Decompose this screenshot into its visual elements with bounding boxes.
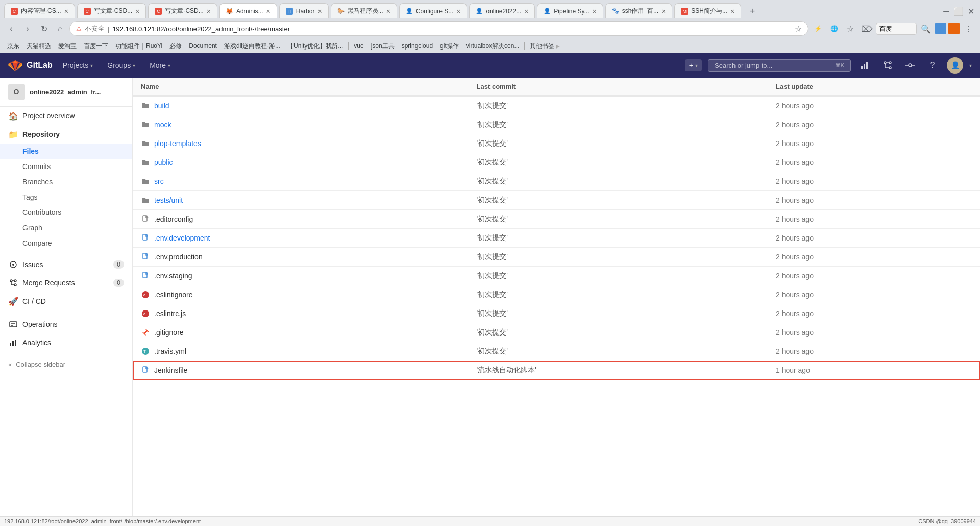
translate-button[interactable]: 🌐 [827,21,841,36]
folder-link[interactable]: tests/unit [154,196,183,204]
restore-button[interactable]: ⬜ [953,6,964,16]
bookmark-star-icon[interactable]: ☆ [795,24,802,34]
bookmark-virtualbox[interactable]: virtualbox解决cen... [463,41,523,52]
sidebar-item-issues[interactable]: Issues 0 [0,255,132,274]
tab-close-10[interactable]: × [662,7,666,15]
sidebar-sub-item-commits[interactable]: Commits [0,159,132,174]
tab-close-5[interactable]: × [317,7,322,15]
home-button[interactable]: ⌂ [53,21,67,36]
tab-close-3[interactable]: × [207,7,211,15]
tab-title-7: Configure S... [416,8,453,15]
sidebar-sub-item-branches[interactable]: Branches [0,174,132,189]
nav-groups-chevron: ▾ [133,63,135,68]
file-link[interactable]: .env.development [154,234,210,242]
folder-link[interactable]: public [154,158,173,166]
file-name-cell: e .eslintignore [141,290,460,299]
commit-message: '初次提交' [469,96,768,115]
tab-close-7[interactable]: × [456,7,460,15]
close-button[interactable]: ✕ [966,6,976,16]
bookmark-unity[interactable]: 【Unity优化】我所... [284,41,346,52]
file-name-cell: .editorconfig [141,214,460,224]
tab-close-4[interactable]: × [266,7,271,15]
nav-projects[interactable]: Projects ▾ [59,61,97,69]
tab-close-11[interactable]: × [730,7,734,15]
folder-link[interactable]: plop-templates [154,139,201,148]
nav-more[interactable]: More ▾ [145,61,175,69]
bookmark-ruoyi[interactable]: 功能组件｜RuoYi [112,41,165,52]
folder-link[interactable]: src [154,177,164,185]
table-row: .gitignore '初次提交' 2 hours ago [133,323,980,342]
tab-close-8[interactable]: × [524,7,528,15]
bookmark-other[interactable]: 其他书签 ▶ [527,41,563,52]
back-button[interactable]: ‹ [4,21,18,36]
browser-tab-2[interactable]: C 写文章-CSD... × [77,3,146,18]
sidebar-sub-item-files[interactable]: Files [0,144,132,159]
extensions-button[interactable]: ⚡ [811,21,825,36]
bookmark-jd[interactable]: 京东 [4,41,22,52]
bookmark-tmall[interactable]: 天猫精选 [23,41,54,52]
gitlab-logo[interactable]: GitLab [8,58,53,73]
nav-commits-icon[interactable] [902,57,918,74]
menu-button[interactable]: ⋮ [962,21,976,36]
baidu-search[interactable]: 百度 [876,23,917,35]
browser-tab-11[interactable]: M SSH简介与... × [674,3,741,18]
sidebar-item-merge-requests[interactable]: Merge Requests 0 [0,274,132,292]
tab-close-1[interactable]: × [64,7,68,15]
bookmark-json[interactable]: json工具 [368,41,398,52]
reload-button[interactable]: ↻ [37,21,51,36]
sidebar-sub-item-tags[interactable]: Tags [0,189,132,205]
nav-groups[interactable]: Groups ▾ [103,61,139,69]
user-avatar[interactable]: 👤 [947,57,963,74]
bookmark-baidu[interactable]: 百度一下 [81,41,111,52]
bookmark-document[interactable]: Document [186,41,220,51]
star-button[interactable]: ☆ [843,21,857,36]
nav-help-icon[interactable]: ? [924,57,941,74]
tab-close-6[interactable]: × [386,7,390,15]
folder-link[interactable]: mock [154,121,171,129]
nav-merge-requests-icon[interactable] [879,57,896,74]
bookmark-game[interactable]: 游戏dll逆向教程-游... [221,41,283,52]
sidebar-item-analytics[interactable]: Analytics [0,333,132,352]
collapse-sidebar-button[interactable]: « Collapse sidebar [0,356,132,372]
search-button[interactable]: 🔍 [919,21,933,36]
bookmark-taobao[interactable]: 爱淘宝 [55,41,80,52]
repository-icon: 📁 [8,129,18,139]
extension-icon-1[interactable] [935,23,946,34]
minimize-button[interactable]: ─ [941,6,951,16]
browser-tab-1[interactable]: C 内容管理-CS... × [4,3,75,18]
new-tab-button[interactable]: + [745,4,760,18]
nav-search[interactable]: Search or jump to... ⌘K [708,59,851,72]
git-icon [141,328,150,337]
history-button[interactable]: ⌦ [860,21,874,36]
new-item-button[interactable]: + ▾ [685,59,702,71]
tab-close-2[interactable]: × [135,7,139,15]
browser-tab-10[interactable]: 🐾 ssh作用_百... × [605,3,673,18]
sidebar-sub-item-compare[interactable]: Compare [0,235,132,251]
bookmark-bixiu[interactable]: 必修 [166,41,185,52]
sidebar-item-repository[interactable]: 📁 Repository [0,125,132,144]
address-bar[interactable]: ⚠ 不安全 | 192.168.0.121:82/root/online2022… [69,21,808,36]
avatar-chevron[interactable]: ▾ [969,63,972,68]
sidebar-sub-item-contributors[interactable]: Contributors [0,205,132,220]
sidebar-item-cicd[interactable]: 🚀 CI / CD [0,292,132,310]
browser-tab-4[interactable]: 🦊 Adminis... × [219,3,277,18]
nav-activity-icon[interactable] [857,57,873,74]
file-name-cell: e .eslintrc.js [141,309,460,318]
folder-link[interactable]: build [154,102,169,110]
sidebar-item-operations[interactable]: Operations [0,315,132,333]
browser-tab-9[interactable]: 👤 Pipeline Sy... × [537,3,603,18]
extension-icon-2[interactable] [948,23,960,34]
bookmark-springcloud[interactable]: springcloud [399,41,436,51]
bookmark-vue[interactable]: vue [351,41,366,51]
browser-tab-6[interactable]: 🐎 黑马程序员... × [331,3,397,18]
bookmark-git[interactable]: git操作 [437,41,462,52]
browser-tab-3[interactable]: C 写文章-CSD... × [148,3,217,18]
browser-tab-8[interactable]: 👤 online2022... × [469,3,535,18]
sidebar-item-project-overview[interactable]: 🏠 Project overview [0,107,132,125]
sidebar-sub-item-graph[interactable]: Graph [0,220,132,235]
forward-button[interactable]: › [20,21,35,36]
browser-tab-5[interactable]: H Harbor × [279,3,329,18]
browser-tab-7[interactable]: 👤 Configure S... × [399,3,468,18]
table-row: .editorconfig '初次提交' 2 hours ago [133,210,980,229]
tab-close-9[interactable]: × [593,7,597,15]
